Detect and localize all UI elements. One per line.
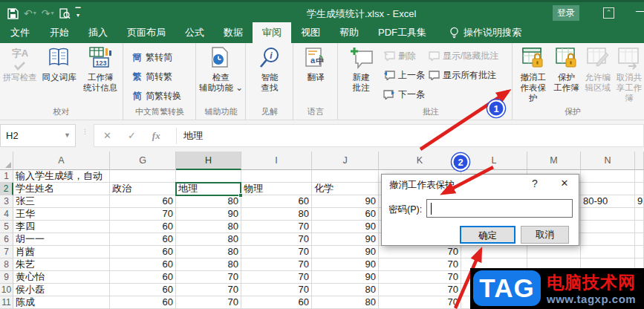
show-hide-comment-button[interactable]: 显示/隐藏批注 <box>428 50 498 62</box>
cell-A6[interactable]: 胡一一 <box>13 233 110 246</box>
col-header-J[interactable]: J <box>312 152 379 170</box>
enter-formula-icon[interactable]: ✓ <box>128 125 136 146</box>
row-header-2[interactable]: 2 <box>0 183 13 195</box>
col-header-M[interactable]: M <box>527 152 581 170</box>
cell-A4[interactable]: 王华 <box>13 208 110 221</box>
thesaurus-button[interactable]: 同义词库 <box>40 47 77 82</box>
cell-H3[interactable]: 80 <box>176 195 241 208</box>
tell-me-search[interactable]: 操作说明搜索 <box>436 22 521 43</box>
cell-H9[interactable]: 70 <box>176 271 241 284</box>
cell-G9[interactable]: 60 <box>110 271 176 284</box>
cell-A11[interactable]: 陈成 <box>13 296 110 309</box>
cell-I6[interactable]: 70 <box>241 233 312 246</box>
row-header-4[interactable]: 4 <box>0 208 13 221</box>
row-header-3[interactable]: 3 <box>0 195 13 208</box>
cell-I2[interactable]: 物理 <box>241 183 312 195</box>
cell-G11[interactable]: 60 <box>110 296 176 309</box>
smart-lookup-button[interactable]: i 智能 查找 <box>252 47 287 93</box>
tab-home[interactable]: 开始 <box>40 22 79 43</box>
cell-G6[interactable]: 60 <box>110 233 176 246</box>
cell-G1[interactable] <box>110 170 176 183</box>
cell-K7[interactable]: 70 <box>379 246 461 258</box>
cell-N2[interactable] <box>581 183 635 195</box>
cell-G5[interactable]: 60 <box>110 221 176 233</box>
new-comment-button[interactable]: 新建 批注 <box>343 47 379 93</box>
tab-page-layout[interactable]: 页面布局 <box>117 22 175 43</box>
cell-I11[interactable]: 60 <box>241 296 312 309</box>
col-header-L[interactable]: L <box>461 152 527 170</box>
cell-A7[interactable]: 肖茜 <box>13 246 110 258</box>
cell-J6[interactable]: 90 <box>312 233 379 246</box>
cell-H1[interactable] <box>176 170 241 183</box>
cell-H8[interactable]: 80 <box>176 258 241 271</box>
cell-G2[interactable]: 政治 <box>110 183 176 195</box>
cell-G8[interactable]: 60 <box>110 258 176 271</box>
customize-qat-icon[interactable]: ▔▾ <box>76 10 81 17</box>
dialog-close-icon[interactable]: ✕ <box>553 178 576 189</box>
col-header-I[interactable]: I <box>241 152 312 170</box>
formula-input[interactable]: ✕ ✓ fx 地理 <box>94 124 644 147</box>
cell-I8[interactable]: 70 <box>241 258 312 271</box>
check-accessibility-button[interactable]: 检查 辅助功能 ⌄ <box>199 47 244 93</box>
tab-insert[interactable]: 插入 <box>79 22 117 43</box>
cell-H10[interactable]: 70 <box>176 284 241 296</box>
col-header-G[interactable]: G <box>110 152 176 170</box>
ribbon-display-options-icon[interactable]: ⌃ <box>603 7 614 19</box>
cell-A10[interactable]: 侯小磊 <box>13 284 110 296</box>
tab-help[interactable]: 帮助 <box>330 22 368 43</box>
allow-edit-ranges-button[interactable]: 允许编 辑区域 <box>583 47 613 93</box>
cell-J3[interactable]: 90 <box>312 195 379 208</box>
cell-G7[interactable]: 60 <box>110 246 176 258</box>
cell-N7[interactable] <box>581 246 635 258</box>
workbook-stats-button[interactable]: 123 工作簿 统计信息 <box>79 47 122 93</box>
cancel-button[interactable]: 取消 <box>521 226 569 244</box>
cell-I7[interactable]: 70 <box>241 246 312 258</box>
dialog-help-icon[interactable]: ? <box>525 178 544 189</box>
col-header-O[interactable] <box>635 152 644 170</box>
cell-K8[interactable]: 70 <box>379 258 461 271</box>
tab-view[interactable]: 视图 <box>291 22 330 43</box>
cell-A1[interactable]: 输入学生成绩，自动 <box>13 170 110 183</box>
cell-O7[interactable] <box>635 246 644 258</box>
cell-M7[interactable] <box>527 246 581 258</box>
password-input[interactable] <box>426 199 573 218</box>
select-all-corner[interactable] <box>0 152 13 170</box>
cell-J1[interactable] <box>312 170 379 183</box>
cell-N5[interactable] <box>581 221 635 233</box>
ok-button[interactable]: 确定 <box>460 226 515 244</box>
cell-O5[interactable] <box>635 221 644 233</box>
cell-H6[interactable]: 80 <box>176 233 241 246</box>
cell-I10[interactable]: 70 <box>241 284 312 296</box>
tab-formulas[interactable]: 公式 <box>175 22 214 43</box>
cell-J4[interactable]: 60 <box>312 208 379 221</box>
unprotect-sheet-button[interactable]: 撤消工 作表保护 <box>516 47 550 103</box>
cell-H7[interactable]: 80 <box>176 246 241 258</box>
save-icon[interactable] <box>7 8 19 19</box>
undo-button[interactable]: ↶▾ <box>24 6 36 21</box>
cell-H5[interactable]: 80 <box>176 221 241 233</box>
cell-A3[interactable]: 张三 <box>13 195 110 208</box>
cell-G4[interactable]: 70 <box>110 208 176 221</box>
spell-check-button[interactable]: 字A 拼写检查 <box>1 47 39 82</box>
cell-A9[interactable]: 黄心怡 <box>13 271 110 284</box>
col-header-K[interactable]: K <box>379 152 461 170</box>
row-header-11[interactable]: 11 <box>0 296 13 309</box>
formula-bar-handle[interactable]: ⋮ <box>82 129 88 134</box>
redo-caret-icon[interactable]: ▾ <box>51 6 53 21</box>
col-header-N[interactable]: N <box>581 152 635 170</box>
print-preview-icon[interactable] <box>59 8 71 19</box>
cell-J5[interactable]: 90 <box>312 221 379 233</box>
row-header-10[interactable]: 10 <box>0 284 13 296</box>
cell-O2[interactable] <box>635 183 644 195</box>
cell-O3[interactable]: 9 <box>635 195 644 208</box>
cell-N1[interactable] <box>581 170 635 183</box>
cell-A8[interactable]: 朱艺 <box>13 258 110 271</box>
tab-data[interactable]: 数据 <box>214 22 253 43</box>
tab-file[interactable]: 文件 <box>0 22 40 43</box>
show-all-comments-button[interactable]: 显示所有批注 <box>428 69 498 82</box>
row-header-8[interactable]: 8 <box>0 258 13 271</box>
cell-A5[interactable]: 李四 <box>13 221 110 233</box>
cell-N6[interactable] <box>581 233 635 246</box>
insert-function-icon[interactable]: fx <box>152 125 160 146</box>
cell-A2[interactable]: 学生姓名 <box>13 183 110 195</box>
